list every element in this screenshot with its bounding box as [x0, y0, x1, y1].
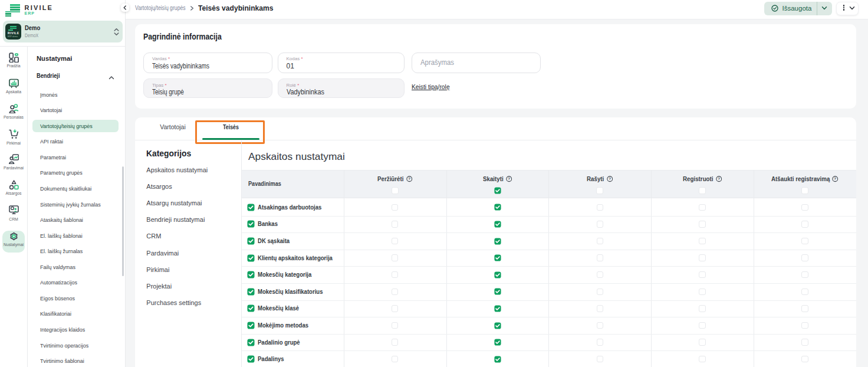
svg-text:?: ?	[834, 177, 837, 181]
svg-text:?: ?	[609, 177, 611, 181]
svg-text:?: ?	[408, 177, 410, 181]
svg-text:?: ?	[508, 177, 510, 181]
svg-text:?: ?	[718, 177, 720, 181]
